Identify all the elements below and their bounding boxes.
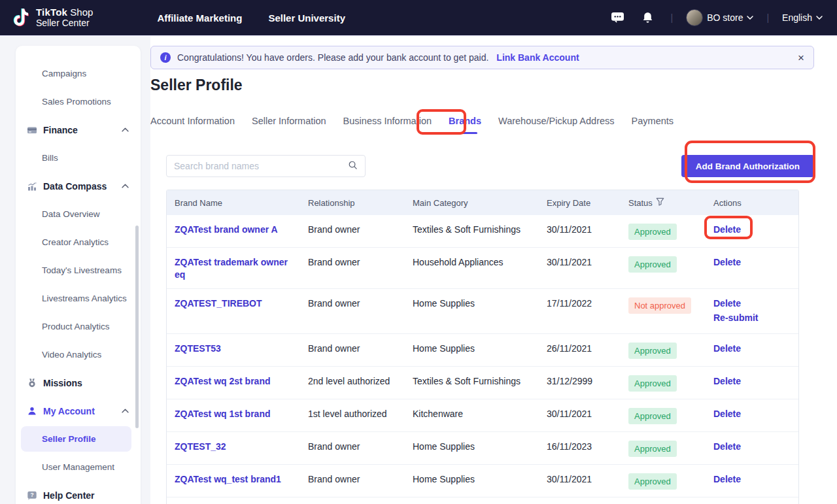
nav-seller-university[interactable]: Seller University (268, 12, 345, 24)
chat-icon[interactable] (608, 12, 628, 24)
sidebar-item-label: Creator Analytics (42, 237, 109, 247)
sidebar-item-finance[interactable]: Finance (16, 116, 141, 144)
sidebar-item-label: My Account (43, 406, 95, 416)
add-brand-authorization-button[interactable]: Add Brand Authorization (681, 155, 814, 177)
header-nav: Affiliate Marketing Seller University (157, 12, 345, 24)
expiry-date-cell: 26/11/2021 (547, 343, 628, 355)
sidebar-item-bills[interactable]: Bills (16, 144, 141, 172)
expiry-date-cell: 17/11/2022 (547, 297, 628, 310)
search-input[interactable] (174, 161, 348, 171)
store-switcher[interactable]: BO store (686, 9, 753, 26)
table-row: ZQTEST53Brand ownerHome Supplies26/11/20… (167, 333, 798, 366)
re-submit-link[interactable]: Re-submit (713, 312, 789, 324)
expiry-date-cell: 30/11/2021 (547, 473, 628, 486)
delete-link[interactable]: Delete (713, 441, 789, 453)
svg-text:?: ? (30, 492, 33, 498)
bell-icon[interactable] (638, 12, 658, 24)
sidebar-item-sales-promotions[interactable]: Sales Promotions (16, 88, 141, 116)
chevron-down-icon (747, 16, 753, 20)
tiktok-shop-logo[interactable]: TikTok Shop Seller Center (13, 7, 93, 29)
sidebar-item-creator-analytics[interactable]: Creator Analytics (16, 228, 141, 256)
tab-business-information[interactable]: Business Information (343, 116, 432, 134)
tab-brands[interactable]: Brands (449, 116, 481, 134)
sidebar-item-label: Bills (42, 153, 58, 163)
status-badge: Approved (628, 408, 677, 424)
relationship-cell: 1st level authorized (308, 408, 413, 420)
main-category-cell: Home Supplies (413, 441, 547, 453)
chevron-up-icon[interactable] (122, 409, 129, 413)
logo-text: TikTok Shop Seller Center (36, 7, 93, 29)
finance-card-icon (26, 124, 37, 135)
main-category-cell: Home Supplies (413, 297, 547, 310)
sidebar-item-label: Livestreams Analytics (42, 294, 127, 303)
delete-link[interactable]: Delete (713, 256, 789, 269)
page-title: Seller Profile (150, 76, 243, 94)
sidebar-item-label: Help Center (43, 490, 95, 501)
table-row: ZQATest brand owner ABrand ownerTextiles… (167, 215, 798, 247)
sidebar-item-user-management[interactable]: User Management (16, 453, 141, 481)
sidebar-item-data-compass[interactable]: Data Compass (16, 172, 141, 200)
delete-link[interactable]: Delete (713, 375, 789, 388)
delete-link[interactable]: Delete (713, 297, 789, 310)
tab-account-information[interactable]: Account Information (150, 116, 235, 134)
main-content: i Congratulations! You have orders. Plea… (150, 36, 837, 504)
table-row: ZQTEST_32Brand ownerHome Supplies16/11/2… (167, 431, 798, 464)
sidebar-item-missions[interactable]: Missions (16, 369, 141, 397)
brand-name-link[interactable]: ZQATest wq 1st brand (175, 409, 271, 419)
info-icon: i (160, 52, 171, 63)
brand-name-link[interactable]: ZQATest trademark owner eq (175, 257, 288, 280)
sidebar-item-label: Sales Promotions (42, 97, 111, 107)
chevron-up-icon[interactable] (122, 184, 129, 188)
expiry-date-cell: 30/11/2021 (547, 408, 628, 420)
tab-warehouse-pickup-address[interactable]: Warehouse/Pickup Address (498, 116, 615, 134)
relationship-cell: Brand owner (308, 343, 413, 355)
sidebar-item-livestreams-analytics[interactable]: Livestreams Analytics (16, 284, 141, 312)
main-category-cell: Textiles & Soft Furnishings (413, 224, 547, 236)
sidebar-item-video-analytics[interactable]: Video Analytics (16, 341, 141, 369)
column-brand-name: Brand Name (175, 198, 308, 208)
tiktok-note-icon (13, 7, 30, 28)
relationship-cell: 2nd level authorized (308, 375, 413, 388)
status-badge: Approved (628, 343, 677, 359)
sidebar-item-label: Finance (43, 125, 78, 135)
brand-name-link[interactable]: ZQATest wq 2st brand (175, 376, 271, 386)
sidebar-item-label: Data Overview (42, 209, 100, 219)
sidebar-scrollbar[interactable] (135, 226, 139, 428)
sidebar-item-product-analytics[interactable]: Product Analytics (16, 312, 141, 341)
brand-name-link[interactable]: ZQTEST_32 (175, 441, 226, 452)
sidebar-item-seller-profile[interactable]: Seller Profile (21, 426, 131, 452)
column-expiry-date: Expiry Date (547, 198, 628, 208)
brand-search[interactable] (166, 155, 366, 177)
nav-affiliate-marketing[interactable]: Affiliate Marketing (157, 12, 242, 24)
sidebar-item-campaigns[interactable]: Campaigns (16, 59, 141, 88)
main-category-cell: Kitchenware (413, 408, 547, 420)
store-name: BO store (707, 12, 743, 23)
expiry-date-cell: 30/11/2021 (547, 256, 628, 269)
funnel-icon[interactable] (656, 197, 664, 208)
chevron-up-icon[interactable] (122, 127, 129, 132)
sidebar-item-today-s-livestreams[interactable]: Today's Livestreams (16, 256, 141, 284)
sidebar-item-my-account[interactable]: My Account (16, 397, 141, 425)
tab-seller-information[interactable]: Seller Information (252, 116, 326, 134)
delete-link[interactable]: Delete (713, 343, 789, 355)
search-icon[interactable] (348, 160, 358, 173)
brand-name-link[interactable]: ZQATest brand owner A (175, 224, 278, 235)
sidebar-item-help-center[interactable]: ?Help Center (16, 481, 141, 504)
relationship-cell: Brand owner (308, 297, 413, 310)
tab-payments[interactable]: Payments (632, 116, 674, 134)
bank-account-banner: i Congratulations! You have orders. Plea… (150, 46, 814, 69)
delete-link[interactable]: Delete (713, 224, 789, 236)
sidebar-item-label: User Management (42, 462, 114, 472)
link-bank-account-link[interactable]: Link Bank Account (496, 52, 579, 63)
delete-link[interactable]: Delete (713, 473, 789, 486)
table-header-row: Brand Name Relationship Main Category Ex… (167, 190, 798, 215)
delete-link[interactable]: Delete (713, 408, 789, 420)
brand-name-link[interactable]: ZQTEST53 (175, 343, 221, 354)
brand-name-link[interactable]: ZQATest wq_test brand1 (175, 474, 281, 484)
sidebar-item-label: Video Analytics (42, 350, 101, 360)
language-switcher[interactable]: English (782, 12, 823, 23)
brand-name-link[interactable]: ZQATEST_TIREBOT (175, 298, 262, 309)
sidebar-item-data-overview[interactable]: Data Overview (16, 200, 141, 228)
brands-table: Brand Name Relationship Main Category Ex… (166, 190, 799, 504)
close-icon[interactable]: × (798, 52, 804, 63)
